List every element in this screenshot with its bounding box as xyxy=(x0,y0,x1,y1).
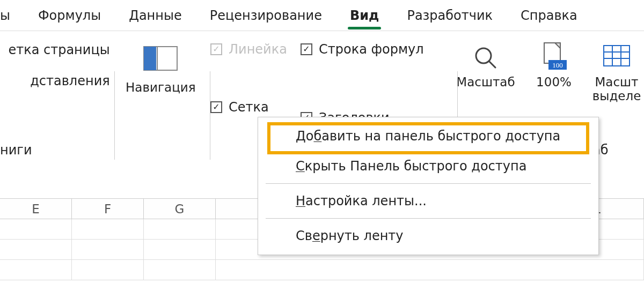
menu-separator xyxy=(266,183,591,184)
ruler-label: Линейка xyxy=(229,42,287,57)
tab-formulas[interactable]: Формулы xyxy=(24,0,115,31)
zoom-selection-label-2: выделе xyxy=(592,89,641,103)
tab-developer[interactable]: Разработчик xyxy=(393,0,507,31)
svg-line-4 xyxy=(489,61,495,68)
zoom-100-label: 100% xyxy=(536,75,572,89)
checkbox-icon: ✓ xyxy=(301,43,312,55)
gridlines-checkbox[interactable]: ✓ Сетка xyxy=(210,100,301,115)
ribbon-context-menu: Добавить на панель быстрого доступа Скры… xyxy=(258,117,599,255)
zoom-label: Масштаб xyxy=(456,75,515,89)
tab-view[interactable]: Вид xyxy=(336,0,393,31)
page-layout-button-partial[interactable]: етка страницы xyxy=(8,43,114,57)
navigation-label: Навигация xyxy=(126,80,196,94)
column-header-f[interactable]: F xyxy=(72,199,144,219)
svg-rect-9 xyxy=(604,46,630,66)
navigation-pane-icon xyxy=(143,46,178,71)
magnifier-icon xyxy=(473,45,499,71)
tab-review[interactable]: Рецензирование xyxy=(196,0,336,31)
menu-separator xyxy=(266,218,591,219)
workbook-views-label-partial: ниги xyxy=(0,143,32,158)
zoom-100-button[interactable]: 100 100% xyxy=(528,41,580,89)
custom-views-button-partial[interactable]: дставления xyxy=(30,74,114,88)
navigation-group: Навигация xyxy=(114,31,207,154)
formula-bar-checkbox[interactable]: ✓ Строка формул xyxy=(301,42,453,57)
navigation-button[interactable] xyxy=(138,42,183,75)
ruler-checkbox: ✓ Линейка xyxy=(210,42,301,57)
menu-add-to-qat[interactable]: Добавить на панель быстрого доступа xyxy=(258,121,598,151)
tab-data[interactable]: Данные xyxy=(115,0,196,31)
column-header-e[interactable]: E xyxy=(0,199,72,219)
group-separator xyxy=(210,71,210,160)
menu-collapse-ribbon[interactable]: Свернуть ленту xyxy=(258,221,598,251)
table-row[interactable] xyxy=(0,260,644,280)
group-separator xyxy=(114,71,115,160)
document-100-icon: 100 xyxy=(540,42,568,74)
zoom-button[interactable]: Масштаб xyxy=(453,41,518,89)
table-icon xyxy=(603,44,631,71)
tab-help[interactable]: Справка xyxy=(507,0,591,31)
views-group-partial: етка страницы дставления xyxy=(0,31,114,154)
checkbox-icon: ✓ xyxy=(210,43,222,55)
zoom-selection-button-partial[interactable]: Масшт выделе xyxy=(589,41,644,103)
svg-rect-1 xyxy=(144,47,156,70)
tab-partial-left[interactable]: ы xyxy=(0,0,24,31)
menu-hide-qat[interactable]: Скрыть Панель быстрого доступа xyxy=(258,151,598,181)
gridlines-label: Сетка xyxy=(229,100,269,115)
svg-text:100: 100 xyxy=(552,61,563,69)
zoom-selection-label-1: Масшт xyxy=(595,75,638,89)
ribbon-tabs: ы Формулы Данные Рецензирование Вид Разр… xyxy=(0,0,644,31)
formula-bar-label: Строка формул xyxy=(319,42,424,57)
menu-customize-ribbon[interactable]: Настройка ленты... xyxy=(258,186,598,216)
column-header-g[interactable]: G xyxy=(144,199,216,219)
checkbox-icon: ✓ xyxy=(210,101,222,113)
